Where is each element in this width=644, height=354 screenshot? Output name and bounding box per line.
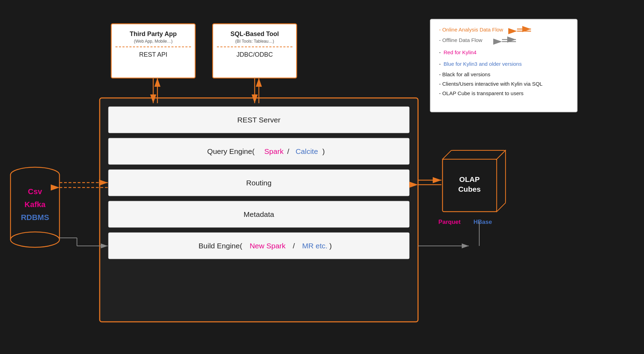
- svg-text:Third Party App: Third Party App: [130, 30, 177, 37]
- svg-text:- Clients/Users interactive wi: - Clients/Users interactive with Kylin v…: [439, 81, 543, 87]
- svg-text:(Web App, Mobile…): (Web App, Mobile…): [134, 39, 173, 44]
- svg-text:REST API: REST API: [139, 51, 168, 58]
- svg-text:/: /: [293, 242, 295, 250]
- diagram-svg: Third Party App (Web App, Mobile…) REST …: [0, 0, 644, 354]
- svg-point-44: [10, 232, 59, 247]
- svg-text:Csv: Csv: [28, 187, 42, 196]
- svg-rect-5: [213, 24, 297, 78]
- svg-text:Parquet: Parquet: [438, 219, 461, 225]
- svg-text:Blue for Kylin3 and older vers: Blue for Kylin3 and older versions: [444, 61, 522, 67]
- svg-rect-41: [10, 175, 59, 240]
- svg-text:Kafka: Kafka: [24, 200, 46, 209]
- diagram-area: Third Party App (Web App, Mobile…) REST …: [0, 0, 644, 354]
- svg-rect-65: [430, 19, 577, 112]
- svg-text:): ): [323, 147, 325, 155]
- svg-text:- Black for all versions: - Black for all versions: [439, 71, 490, 77]
- svg-text:Cubes: Cubes: [458, 185, 481, 193]
- svg-text:New Spark: New Spark: [250, 242, 286, 250]
- svg-text:Routing: Routing: [246, 179, 271, 187]
- svg-marker-52: [443, 150, 505, 159]
- svg-text:REST Server: REST Server: [237, 116, 280, 124]
- svg-text:Spark: Spark: [264, 147, 284, 155]
- svg-rect-51: [443, 159, 497, 212]
- svg-text:Calcite: Calcite: [296, 147, 318, 155]
- svg-text:): ): [330, 242, 332, 250]
- svg-rect-30: [108, 170, 409, 196]
- svg-point-40: [10, 167, 59, 183]
- svg-text:SQL-Based Tool: SQL-Based Tool: [231, 30, 279, 37]
- svg-text:Build Engine(: Build Engine(: [199, 242, 242, 250]
- svg-text:Red for Kylin4: Red for Kylin4: [444, 49, 476, 55]
- svg-text:-: -: [439, 49, 441, 55]
- svg-text:(BI Tools: Tableau…): (BI Tools: Tableau…): [235, 39, 274, 44]
- svg-text:Metadata: Metadata: [243, 210, 274, 218]
- svg-text:MR etc.: MR etc.: [302, 242, 327, 250]
- svg-text:- OLAP Cube is transparent to : - OLAP Cube is transparent to users: [439, 90, 524, 96]
- svg-text:- Online Analysis Data Flow: - Online Analysis Data Flow: [439, 27, 503, 33]
- svg-rect-50: [451, 150, 505, 203]
- svg-text:- Offline Data Flow: - Offline Data Flow: [439, 37, 482, 43]
- svg-rect-21: [100, 98, 418, 322]
- svg-text:-: -: [439, 61, 441, 67]
- svg-text:HBase: HBase: [474, 219, 492, 225]
- svg-text:Query Engine(: Query Engine(: [207, 147, 254, 155]
- svg-text:/: /: [287, 147, 289, 155]
- svg-rect-34: [108, 233, 409, 259]
- svg-rect-0: [111, 24, 195, 78]
- svg-rect-24: [108, 138, 409, 164]
- svg-text:RDBMS: RDBMS: [21, 213, 49, 222]
- svg-marker-53: [497, 150, 505, 212]
- svg-rect-32: [108, 201, 409, 227]
- svg-rect-22: [108, 107, 409, 133]
- svg-text:OLAP: OLAP: [459, 175, 480, 183]
- svg-text:JDBC/ODBC: JDBC/ODBC: [236, 51, 273, 58]
